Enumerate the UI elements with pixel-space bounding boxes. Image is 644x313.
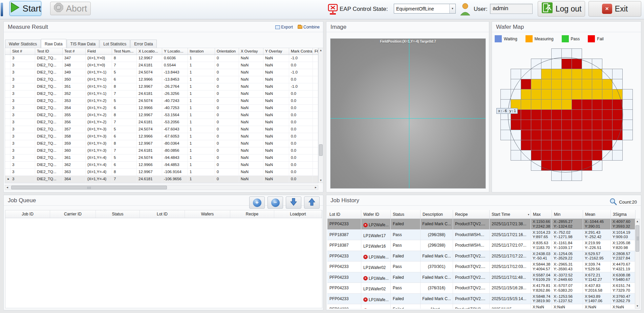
combine-link[interactable]: Combine — [298, 25, 320, 29]
wafer-cell[interactable] — [572, 150, 582, 161]
wafer-cell[interactable] — [541, 120, 552, 130]
wafer-cell[interactable] — [612, 99, 623, 110]
wafer-cell[interactable] — [511, 120, 521, 130]
column-header-lot-id[interactable]: Lot ID — [140, 210, 185, 218]
wafer-cell[interactable] — [582, 160, 592, 171]
wafer-cell[interactable] — [541, 160, 552, 171]
wafer-cell[interactable] — [612, 130, 623, 140]
table-row[interactable]: 3DIE2_TQ...351{X=1,Y=-1}812.9967-26.2764… — [5, 83, 318, 90]
wafer-cell[interactable] — [572, 89, 582, 100]
column-header-carrier-id[interactable]: Carrier ID — [50, 210, 96, 218]
scroll-up-icon[interactable]: ▲ — [319, 48, 323, 53]
wafer-cell[interactable] — [592, 89, 602, 100]
wafer-cell[interactable] — [572, 140, 582, 150]
wafer-cell[interactable] — [531, 69, 541, 79]
column-header-fo[interactable]: FO — [313, 48, 318, 55]
column-header-status[interactable]: Status — [391, 210, 421, 218]
column-header-mean[interactable]: Mean — [583, 210, 611, 218]
table-row[interactable]: 3DIE2_TQ...354{X=1,Y=-2}612.9966-40.7253… — [5, 105, 318, 112]
scroll-down-icon[interactable]: ▼ — [319, 178, 323, 183]
wafer-cell[interactable] — [561, 48, 572, 59]
column-header-test-num[interactable]: Test Num... — [112, 48, 137, 55]
wafer-cell[interactable] — [602, 99, 613, 110]
scroll-down-icon[interactable]: ▼ — [635, 304, 640, 308]
scrollbar-thumb[interactable] — [636, 225, 639, 252]
table-row[interactable]: 3DIE2_TQ...361{X=1,Y=-4}524.5074-94.4843… — [5, 154, 318, 162]
wafer-cell[interactable] — [582, 130, 592, 140]
table-row[interactable]: 3DIE2_TQ...348{X=1,Y=0}724.61810.554410N… — [5, 62, 318, 69]
wafer-cell[interactable] — [561, 140, 572, 150]
wafer-cell[interactable] — [541, 140, 552, 150]
wafer-cell[interactable] — [572, 160, 582, 171]
wafer-cell[interactable] — [551, 140, 562, 150]
wafer-cell[interactable] — [612, 120, 623, 130]
wafer-cell[interactable] — [572, 59, 582, 69]
history-row[interactable]: PFP18387LP1Wafer17Pass(296/288)Product\W… — [327, 230, 636, 241]
add-button[interactable]: + — [249, 196, 265, 209]
history-row[interactable]: PFP18387LP1Wafer16Pass(296/288)Product\W… — [327, 240, 636, 251]
table-row[interactable]: 3DIE2_TQ...347{X=1,Y=0}812.99670.603610N… — [5, 55, 318, 62]
column-header-min[interactable]: Min — [552, 210, 583, 218]
wafer-cell[interactable] — [602, 89, 613, 100]
wafer-cell[interactable] — [572, 130, 582, 140]
wafer-cell[interactable] — [592, 130, 602, 140]
column-header-wafers[interactable]: Wafers — [185, 210, 230, 218]
scroll-up-icon[interactable]: ▲ — [635, 219, 640, 224]
wafer-cell[interactable] — [541, 99, 552, 110]
wafer-cell[interactable] — [561, 79, 572, 89]
history-row[interactable]: PFP04233×LP1Wafe...FailedFailed Mark C..… — [327, 251, 636, 262]
wafer-cell[interactable] — [511, 140, 521, 150]
wafer-cell[interactable] — [551, 59, 562, 69]
wafer-cell[interactable] — [582, 59, 592, 69]
column-header-slot[interactable]: Slot # — [10, 48, 35, 55]
move-up-button[interactable] — [304, 196, 320, 209]
wafer-cell[interactable] — [521, 140, 531, 150]
wafer-cell[interactable] — [551, 120, 562, 130]
wafer-cell[interactable] — [582, 89, 592, 100]
wafer-cell[interactable] — [612, 69, 623, 79]
move-down-button[interactable] — [286, 196, 301, 209]
wafer-cell[interactable] — [511, 130, 521, 140]
wafer-cell[interactable] — [511, 69, 521, 79]
wafer-cell[interactable] — [531, 120, 541, 130]
wafer-cell[interactable] — [521, 99, 531, 110]
wafer-cell[interactable] — [622, 130, 633, 140]
table-row[interactable]: 3DIE2_TQ...349{X=1,Y=-1}524.5074-13.8443… — [5, 69, 318, 76]
wafer-cell[interactable] — [622, 99, 633, 110]
column-header-x-overlay[interactable]: X Overlay — [239, 48, 263, 55]
wafer-cell[interactable] — [561, 120, 572, 130]
scrollbar-thumb[interactable] — [319, 144, 323, 156]
wafer-cell[interactable] — [602, 130, 613, 140]
measure-vertical-scrollbar[interactable]: ▲ ▼ — [318, 48, 323, 183]
wafer-cell[interactable] — [500, 120, 511, 130]
wafer-cell[interactable] — [561, 59, 572, 69]
column-header-loadport[interactable]: Loadport — [274, 210, 322, 218]
wafer-cell[interactable] — [582, 140, 592, 150]
history-row[interactable]: PFP04233×LP1Wafe...FailedAbort...Product… — [327, 304, 636, 309]
wafer-cell[interactable] — [500, 89, 511, 100]
table-row[interactable]: 3DIE2_TQ...355{X=1,Y=-2}812.9967-53.1564… — [5, 112, 318, 119]
tab-wafer-statistics[interactable]: Wafer Statistics — [5, 40, 41, 48]
wafer-cell[interactable] — [602, 109, 613, 120]
history-row[interactable]: PFP04233LP1Wafer02Pass(370/301)Product\T… — [327, 262, 636, 272]
exit-button[interactable]: × Exit — [588, 1, 641, 17]
wafer-cell[interactable] — [551, 79, 562, 89]
export-link[interactable]: Export — [275, 25, 293, 29]
wafer-cell[interactable] — [541, 130, 552, 140]
wafer-cell[interactable] — [582, 69, 592, 79]
wafer-cell[interactable] — [572, 69, 582, 79]
scroll-right-icon[interactable]: ► — [314, 185, 318, 190]
wafer-cell[interactable] — [572, 170, 582, 181]
table-row[interactable]: 3DIE2_TQ...357{X=1,Y=-3}524.5074-67.6043… — [5, 126, 318, 133]
column-header-recipe[interactable]: Recipe — [230, 210, 274, 218]
wafer-cell[interactable] — [622, 120, 633, 130]
chevron-down-icon[interactable]: ▼ — [449, 4, 455, 13]
wafer-cell[interactable] — [521, 89, 531, 100]
wafer-cell[interactable] — [572, 48, 582, 59]
wafer-cell[interactable] — [582, 120, 592, 130]
history-row[interactable]: PFP04233×LP1Wafe...FailedFailed Mark C..… — [327, 272, 636, 283]
wafer-cell[interactable] — [612, 140, 623, 150]
wafer-cell[interactable] — [511, 89, 521, 100]
wafer-cell[interactable] — [551, 48, 562, 59]
table-row[interactable]: 3DIE2_TQ...350{X=1,Y=-1}612.9966-13.8453… — [5, 76, 318, 83]
